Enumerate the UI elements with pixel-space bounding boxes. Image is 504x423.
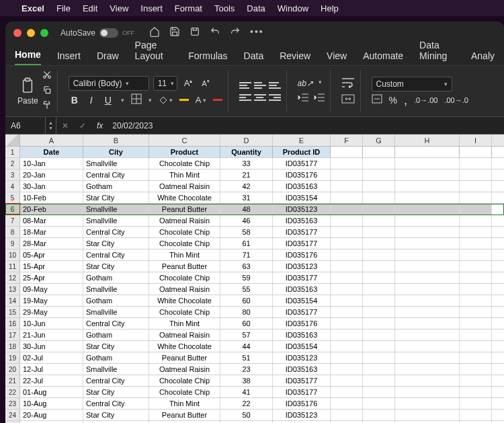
cell[interactable]: 05-Apr: [20, 249, 83, 260]
cell[interactable]: 71: [220, 249, 273, 260]
cell-empty[interactable]: [363, 158, 395, 169]
cell[interactable]: ID035177: [273, 238, 331, 249]
chevron-down-icon[interactable]: ▾: [121, 97, 124, 104]
menubar-item[interactable]: Tools: [214, 3, 235, 13]
cell[interactable]: Thin Mint: [149, 398, 220, 409]
cell[interactable]: Chocolate Chip: [149, 387, 220, 397]
fx-icon[interactable]: fx: [91, 121, 108, 130]
cell-empty[interactable]: [395, 307, 460, 317]
cell[interactable]: Oatmeal Raisin: [149, 284, 220, 295]
cell[interactable]: 09-May: [20, 284, 83, 295]
chevron-down-icon[interactable]: ▾: [319, 79, 322, 88]
cell[interactable]: Thin Mint: [149, 249, 220, 260]
cell[interactable]: 18-Mar: [20, 227, 83, 237]
row-header[interactable]: 21: [5, 375, 20, 386]
tab-page-layout[interactable]: Page Layout: [135, 40, 173, 65]
cell-empty[interactable]: [460, 318, 492, 329]
cell[interactable]: ID035176: [273, 249, 331, 260]
cell[interactable]: ID035123: [273, 204, 331, 215]
cell-empty[interactable]: [395, 295, 460, 306]
column-header[interactable]: A: [20, 134, 83, 146]
cell[interactable]: ID035163: [273, 284, 331, 295]
cell-empty[interactable]: [363, 204, 395, 215]
cell[interactable]: Oatmeal Raisin: [149, 215, 220, 226]
cell[interactable]: 15-Apr: [20, 261, 83, 272]
cell[interactable]: 20-Feb: [20, 204, 83, 215]
cell[interactable]: Thin Mint: [149, 318, 220, 329]
comma-format-button[interactable]: ,: [404, 97, 407, 104]
cell[interactable]: 60: [220, 295, 273, 306]
cell-empty[interactable]: [363, 387, 395, 397]
cell-empty[interactable]: [331, 387, 363, 397]
menubar-item[interactable]: Format: [175, 3, 202, 13]
cell-empty[interactable]: [331, 249, 363, 260]
cell-empty[interactable]: [363, 307, 395, 317]
tab-automate[interactable]: Automate: [363, 50, 403, 65]
row-header[interactable]: 12: [5, 272, 20, 283]
cell-empty[interactable]: [460, 307, 492, 317]
column-header[interactable]: E: [273, 134, 331, 146]
cell-empty[interactable]: [331, 272, 363, 283]
cell-empty[interactable]: [331, 330, 363, 340]
cell[interactable]: 29-May: [20, 307, 83, 317]
formula-value[interactable]: 20/02/2023: [108, 121, 157, 130]
cell-empty[interactable]: [363, 295, 395, 306]
cell-empty[interactable]: [395, 215, 460, 226]
column-header[interactable]: D: [220, 134, 273, 146]
cell-empty[interactable]: [395, 364, 460, 375]
cell-empty[interactable]: [363, 352, 395, 363]
increase-decimal-icon[interactable]: .0→.00: [414, 96, 437, 104]
cell-empty[interactable]: [331, 192, 363, 203]
cell[interactable]: Smallville: [83, 307, 149, 317]
cell[interactable]: ID035123: [273, 352, 331, 363]
row-header[interactable]: 24: [5, 410, 20, 420]
row-header[interactable]: 9: [5, 238, 20, 249]
borders-icon[interactable]: [131, 93, 142, 106]
cell-empty[interactable]: [395, 398, 460, 409]
toggle-icon[interactable]: [99, 28, 118, 38]
select-all-corner[interactable]: [5, 134, 20, 146]
cell[interactable]: 46: [220, 215, 273, 226]
cancel-formula-icon[interactable]: ✕: [56, 121, 74, 130]
percent-format-button[interactable]: %: [389, 95, 397, 106]
cell-empty[interactable]: [460, 215, 492, 226]
column-header[interactable]: F: [331, 134, 363, 146]
cell[interactable]: Peanut Butter: [149, 204, 220, 215]
cell[interactable]: 08-Mar: [20, 215, 83, 226]
cell-empty[interactable]: [460, 387, 492, 397]
cell-empty[interactable]: [395, 169, 460, 180]
wrap-text-icon[interactable]: [341, 77, 355, 90]
fill-color-button[interactable]: ▾: [159, 96, 173, 104]
cell[interactable]: ID035163: [273, 215, 331, 226]
cell-empty[interactable]: [363, 318, 395, 329]
row-header[interactable]: 8: [5, 227, 20, 237]
cell-empty[interactable]: [363, 364, 395, 375]
cell-empty[interactable]: [363, 192, 395, 203]
cell[interactable]: Product ID: [273, 147, 331, 157]
cell-empty[interactable]: [363, 215, 395, 226]
tab-data[interactable]: Data: [244, 50, 264, 65]
row-header[interactable]: 4: [5, 181, 20, 192]
tab-insert[interactable]: Insert: [57, 50, 81, 65]
row-header[interactable]: 18: [5, 341, 20, 352]
cell[interactable]: Gotham: [83, 272, 149, 283]
cell[interactable]: ID035177: [273, 272, 331, 283]
menubar-app-name[interactable]: Excel: [22, 3, 44, 13]
cell[interactable]: Smallville: [83, 215, 149, 226]
minimize-icon[interactable]: [27, 29, 35, 37]
cell-empty[interactable]: [363, 410, 395, 420]
cell-empty[interactable]: [395, 249, 460, 260]
cell[interactable]: Oatmeal Raisin: [149, 364, 220, 375]
cell[interactable]: 20-Jan: [20, 169, 83, 180]
cell[interactable]: 21-Jun: [20, 330, 83, 340]
cell-empty[interactable]: [460, 227, 492, 237]
cell[interactable]: Smallville: [83, 158, 149, 169]
italic-button[interactable]: I: [87, 93, 95, 107]
cell[interactable]: Central City: [83, 169, 149, 180]
column-header[interactable]: I: [460, 134, 492, 146]
cell[interactable]: ID035176: [273, 318, 331, 329]
cell-empty[interactable]: [363, 272, 395, 283]
cell-empty[interactable]: [395, 318, 460, 329]
more-icon[interactable]: •••: [250, 26, 264, 40]
align-bottom-icon[interactable]: [269, 81, 281, 90]
